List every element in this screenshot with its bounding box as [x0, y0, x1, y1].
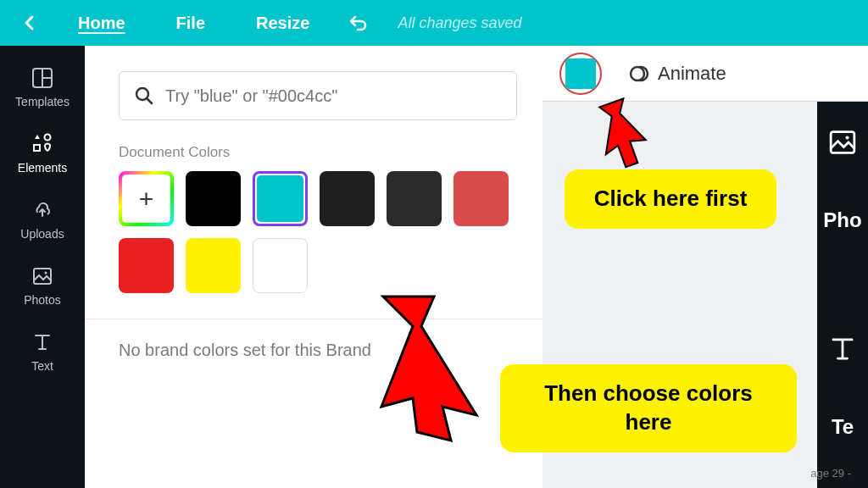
- color-swatch[interactable]: [186, 238, 241, 293]
- file-menu[interactable]: File: [151, 14, 231, 33]
- canvas-text-icon: [827, 334, 858, 364]
- elements-icon: [31, 132, 54, 156]
- animate-label: Animate: [658, 63, 726, 85]
- sidebar: Templates Elements Uploads Photos Text: [0, 46, 85, 488]
- sidebar-label: Elements: [18, 161, 67, 175]
- svg-rect-5: [34, 269, 51, 284]
- callout-first: Click here first: [565, 169, 776, 229]
- uploads-icon: [31, 198, 54, 222]
- color-swatch-selected[interactable]: [253, 171, 308, 226]
- text-icon: [31, 330, 54, 354]
- color-swatch[interactable]: [320, 171, 375, 226]
- svg-point-6: [45, 272, 47, 274]
- sidebar-item-templates[interactable]: Templates: [0, 54, 85, 120]
- color-search-box[interactable]: [119, 71, 517, 120]
- svg-point-12: [845, 136, 849, 139]
- color-swatch[interactable]: [387, 171, 442, 226]
- color-swatch[interactable]: [453, 171, 509, 226]
- sidebar-item-elements[interactable]: Elements: [0, 120, 85, 186]
- animate-button[interactable]: Animate: [627, 63, 726, 85]
- animate-icon: [627, 63, 649, 85]
- color-swatch[interactable]: [119, 238, 174, 293]
- sidebar-label: Text: [31, 359, 53, 373]
- color-search-input[interactable]: [165, 86, 501, 106]
- sidebar-item-photos[interactable]: Photos: [0, 252, 85, 319]
- annotation-arrow: [366, 280, 502, 449]
- sidebar-label: Uploads: [20, 227, 64, 241]
- svg-rect-4: [34, 145, 40, 151]
- add-color-swatch[interactable]: +: [119, 171, 174, 226]
- save-status: All changes saved: [398, 14, 521, 32]
- canvas-image-icon: [827, 127, 858, 158]
- search-icon: [135, 86, 153, 105]
- page-indicator: age 29 -: [810, 467, 851, 480]
- svg-line-8: [147, 98, 152, 103]
- home-menu[interactable]: Home: [53, 14, 151, 33]
- color-swatch[interactable]: [253, 238, 308, 293]
- sidebar-item-text[interactable]: Text: [0, 319, 85, 385]
- templates-icon: [31, 66, 54, 90]
- current-color-button[interactable]: [565, 58, 596, 89]
- canvas-text: Pho: [823, 208, 861, 232]
- sidebar-label: Photos: [24, 293, 61, 307]
- color-swatch[interactable]: [186, 171, 241, 226]
- sidebar-label: Templates: [15, 95, 70, 108]
- annotation-arrow: [593, 97, 653, 173]
- canvas-toolbar: Animate: [542, 46, 868, 102]
- resize-menu[interactable]: Resize: [231, 14, 335, 33]
- svg-point-3: [45, 135, 51, 141]
- top-bar: Home File Resize All changes saved: [0, 0, 868, 46]
- undo-button[interactable]: [335, 0, 381, 46]
- callout-second: Then choose colors here: [500, 364, 797, 452]
- canvas-text: Te: [832, 415, 854, 439]
- photos-icon: [31, 264, 54, 288]
- color-button-highlight: [559, 53, 602, 95]
- svg-point-10: [631, 67, 644, 80]
- document-colors-title: Document Colors: [119, 144, 517, 161]
- back-button[interactable]: [7, 0, 53, 46]
- svg-rect-11: [831, 132, 854, 153]
- canvas-content[interactable]: Pho Te: [817, 102, 868, 488]
- sidebar-item-uploads[interactable]: Uploads: [0, 186, 85, 252]
